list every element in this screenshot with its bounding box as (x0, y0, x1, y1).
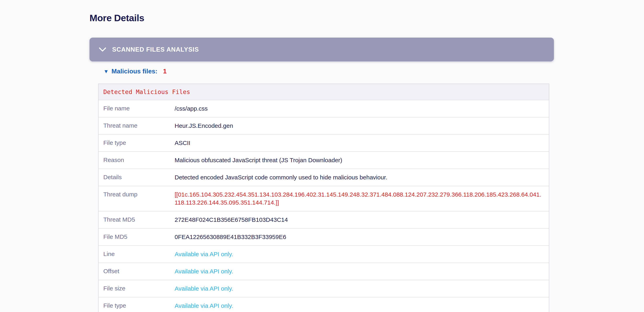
row-label: Line (98, 250, 174, 258)
row-label: Threat dump (98, 191, 174, 207)
row-value: /css/app.css (174, 105, 549, 113)
row-label: File type (98, 139, 174, 147)
row-value: Available via API only. (174, 302, 549, 310)
row-value: Malicious obfuscated JavaScript threat (… (174, 156, 549, 164)
table-row: Threat dump [[01c.165.104.305.232.454.35… (98, 186, 549, 211)
row-label: Threat name (98, 122, 174, 130)
row-value: Detected encoded JavaScript code commonl… (174, 173, 549, 181)
row-label: Offset (98, 267, 174, 275)
row-value: Available via API only. (174, 250, 549, 258)
table-row: Reason Malicious obfuscated JavaScript t… (98, 152, 549, 168)
triangle-down-icon: ▼ (104, 69, 109, 74)
row-label: File type (98, 302, 174, 310)
row-value: ASCII (174, 139, 549, 147)
row-value: Available via API only. (174, 267, 549, 275)
table-body: File name /css/app.css Threat name Heur.… (98, 100, 549, 312)
page: More Details SCANNED FILES ANALYSIS ▼ Ma… (0, 0, 644, 312)
row-label: Reason (98, 156, 174, 164)
table-row: Line Available via API only. (98, 245, 549, 263)
malicious-files-label: Malicious files: (112, 68, 158, 75)
malicious-files-count: 1 (163, 68, 166, 75)
row-label: Threat MD5 (98, 216, 174, 224)
page-title: More Details (90, 12, 144, 23)
table-row: File type ASCII (98, 134, 549, 152)
malicious-file-table: Detected Malicious Files File name /css/… (98, 84, 549, 312)
table-header-row: Detected Malicious Files (98, 84, 549, 100)
row-value: 272E48F024C1B356E6758FB103D43C14 (174, 216, 549, 224)
row-value: 0FEA12265630889E41B332B3F33959E6 (174, 233, 549, 241)
row-label: File MD5 (98, 233, 174, 241)
accordion-title: SCANNED FILES ANALYSIS (112, 46, 199, 53)
table-row: Details Detected encoded JavaScript code… (98, 168, 549, 186)
table-row: File type Available via API only. (98, 297, 549, 312)
table-row: Threat MD5 272E48F024C1B356E6758FB103D43… (98, 211, 549, 228)
row-label: Details (98, 173, 174, 181)
malicious-files-toggle[interactable]: ▼ Malicious files: 1 (104, 68, 166, 75)
table-row: File size Available via API only. (98, 280, 549, 297)
row-value: Available via API only. (174, 285, 549, 293)
table-header-text: Detected Malicious Files (103, 88, 190, 95)
row-label: File name (98, 105, 174, 113)
row-label: File size (98, 285, 174, 293)
chevron-down-icon (99, 47, 106, 52)
row-value: Heur.JS.Encoded.gen (174, 122, 549, 130)
scanned-files-accordion-header[interactable]: SCANNED FILES ANALYSIS (90, 38, 554, 61)
table-row: Threat name Heur.JS.Encoded.gen (98, 117, 549, 134)
table-row: File name /css/app.css (98, 100, 549, 117)
row-value: [[01c.165.104.305.232.454.351.134.103.28… (174, 191, 549, 207)
table-row: Offset Available via API only. (98, 263, 549, 280)
table-row: File MD5 0FEA12265630889E41B332B3F33959E… (98, 228, 549, 245)
